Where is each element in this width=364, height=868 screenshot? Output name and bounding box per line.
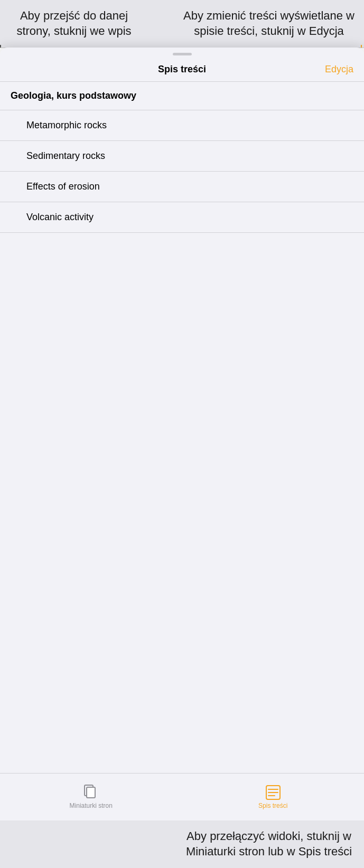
toc-nav-label: Spis treści xyxy=(258,802,287,809)
toc-list: Geologia, kurs podstawowy Metamorphic ro… xyxy=(0,82,364,233)
toc-icon xyxy=(266,785,281,800)
tooltip-edit-text: Aby zmienić treści wyświetlane w spisie … xyxy=(182,8,356,39)
tooltip-switch-hint: Aby przełączyć widoki, stuknij w Miniatu… xyxy=(174,820,364,868)
tooltip-navigate-hint: Aby przejść do danej strony, stuknij we … xyxy=(0,0,148,48)
toc-sub-item-0[interactable]: Metamorphic rocks xyxy=(0,110,364,141)
toc-sheet: Spis treści Edycja Geologia, kurs podsta… xyxy=(0,48,364,773)
nav-toc[interactable]: Spis treści xyxy=(182,785,365,809)
svg-rect-1 xyxy=(87,787,95,798)
sheet-header: Spis treści Edycja xyxy=(0,55,364,82)
toc-sub-item-1[interactable]: Sedimentary rocks xyxy=(0,141,364,172)
tooltip-edit-hint: Aby zmienić treści wyświetlane w spisie … xyxy=(174,0,364,48)
edit-button[interactable]: Edycja xyxy=(325,64,353,75)
thumbnails-label: Miniaturki stron xyxy=(70,802,113,809)
toc-sub-item-2[interactable]: Effects of erosion xyxy=(0,172,364,202)
sheet-title: Spis treści xyxy=(158,64,206,75)
tooltip-switch-text: Aby przełączyć widoki, stuknij w Miniatu… xyxy=(182,829,356,859)
tooltip-navigate-text: Aby przejść do danej strony, stuknij we … xyxy=(8,8,139,39)
nav-thumbnails[interactable]: Miniaturki stron xyxy=(0,785,182,809)
bottom-nav: Miniaturki stron Spis treści xyxy=(0,773,364,820)
thumbnails-icon xyxy=(83,785,98,800)
toc-sub-item-3[interactable]: Volcanic activity xyxy=(0,202,364,233)
toc-main-item[interactable]: Geologia, kurs podstawowy xyxy=(0,82,364,110)
